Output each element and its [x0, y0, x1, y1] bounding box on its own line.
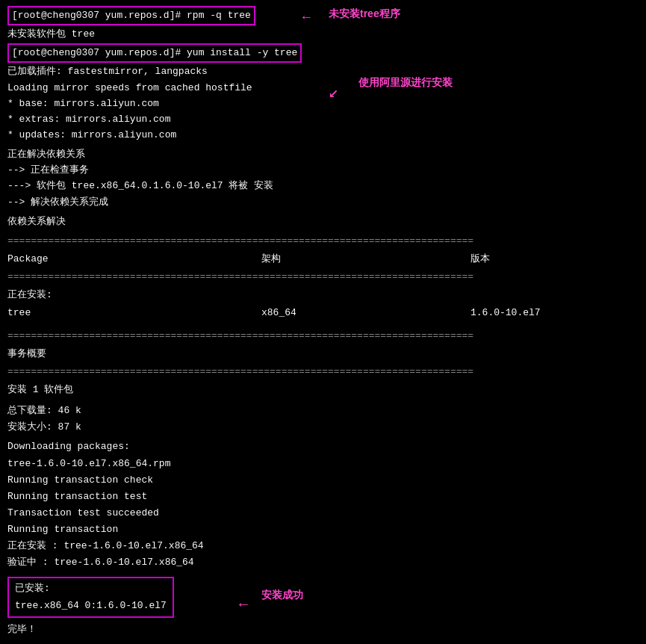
dep-resolved: 依赖关系解决 [7, 216, 66, 227]
downloading-label: Downloading packages: [7, 441, 130, 452]
line10: --> 解决依赖关系完成 [7, 196, 108, 208]
sep2: ========================================… [7, 270, 639, 285]
txn-test: Running transaction test [7, 491, 147, 502]
install-size: 安装大小: 87 k [7, 421, 81, 433]
summary-label: 事务概要 [7, 347, 639, 362]
total-dl: 总下载量: 46 k [7, 405, 81, 416]
tree-arch: x86_64 [261, 306, 470, 321]
sep4: ========================================… [7, 365, 639, 380]
installed-pkg: tree.x86_64 0:1.6.0-10.el7 [15, 600, 167, 611]
done-label: 完毕！ [7, 624, 37, 635]
txn-test-ok: Transaction test succeeded [7, 507, 159, 518]
arrow1-icon: ← [302, 7, 311, 28]
line6: * updates: mirrors.aliyun.com [7, 129, 176, 140]
annotation1: 未安装tree程序 [329, 6, 400, 22]
rpm-file: tree-1.6.0-10.el7.x86_64.rpm [7, 458, 170, 469]
sep3: ========================================… [7, 329, 639, 344]
arrow3-icon: ← [239, 593, 248, 616]
cmd1-box: [root@cheng0307 yum.repos.d]# rpm -q tre… [7, 6, 255, 25]
txn-check: Running transaction check [7, 474, 153, 486]
verifying-tree: 验证中 : tree-1.6.0-10.el7.x86_64 [7, 557, 194, 568]
line3: Loading mirror speeds from cached hostfi… [7, 82, 252, 93]
cmd2-box: [root@cheng0307 yum.repos.d]# yum instal… [7, 43, 302, 63]
annotation3: 安装成功 [261, 587, 303, 604]
installed-box: 已安装: tree.x86_64 0:1.6.0-10.el7 [7, 577, 174, 618]
txn-run: Running transaction [7, 524, 118, 535]
summary-text: 事务概要 [7, 348, 46, 359]
installing-section-label: 正在安装: [7, 288, 639, 303]
line7: 正在解决依赖关系 [7, 149, 85, 160]
cmd2-text: [root@cheng0307 yum.repos.d]# yum instal… [12, 47, 297, 58]
installed-label: 已安装: [15, 583, 50, 594]
cmd1-text: [root@cheng0307 yum.repos.d]# rpm -q tre… [12, 10, 251, 21]
line5: * extras: mirrors.aliyun.com [7, 114, 170, 125]
tree-package-row: tree x86_64 1.6.0-10.el7 [7, 306, 639, 321]
arrow2-icon: ↙ [329, 81, 338, 106]
tree-version: 1.6.0-10.el7 [470, 306, 639, 321]
installing-label: 正在安装: [7, 289, 52, 300]
not-installed-line: 未安装软件包 tree [7, 28, 95, 40]
installing-tree: 正在安装 : tree-1.6.0-10.el7.x86_64 [7, 540, 204, 551]
table-header: Package 架构 版本 [7, 252, 639, 267]
line9: ---> 软件包 tree.x86_64.0.1.6.0-10.el7 将被 安… [7, 180, 273, 191]
line4: * base: mirrors.aliyun.com [7, 98, 159, 109]
col-ver-header: 版本 [470, 252, 639, 267]
tree-pkg-name: tree [7, 306, 261, 321]
annotation2: 使用阿里源进行安装 [358, 75, 453, 91]
install-count: 安装 1 软件包 [7, 384, 73, 395]
col-pkg-header: Package [7, 252, 261, 267]
line8: --> 正在检查事务 [7, 164, 89, 176]
terminal-window: [root@cheng0307 yum.repos.d]# rpm -q tre… [0, 0, 646, 643]
col-arch-header: 架构 [261, 252, 470, 267]
line2: 已加载插件: fastestmirror, langpacks [7, 66, 208, 77]
sep1: ========================================… [7, 234, 639, 249]
